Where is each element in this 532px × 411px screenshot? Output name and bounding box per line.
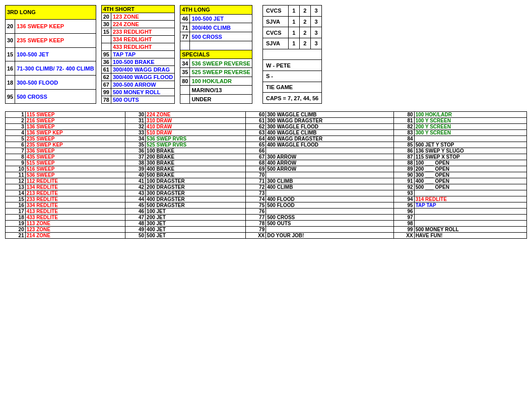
play-cell: 314 REDLITE [414, 196, 526, 202]
num-cell: 33 [125, 130, 146, 136]
num-cell: 21 [6, 233, 26, 239]
play-cell [414, 215, 526, 221]
table-row: 16 334 REDLITE 45 500 DRAGSTER 75 500 FL… [6, 202, 527, 209]
play-cell: 300 WAGG DRAGSTER [266, 118, 394, 124]
num-cell: 85 [394, 142, 414, 148]
num-cell: 68 [245, 160, 265, 166]
score-c1: 1 [288, 16, 299, 27]
num-cell: 80 [180, 77, 190, 86]
table-row: 1 115 SWEEP 30 224 ZONE 60 300 WAGGLE CL… [6, 112, 527, 118]
num-cell: 15 [6, 47, 15, 61]
num-cell: 45 [125, 202, 146, 209]
num-cell: 3 [6, 124, 26, 130]
num-cell: 66 [245, 148, 265, 154]
num-cell: 96 [394, 209, 414, 215]
play-cell: 300 CLIMB [266, 178, 394, 184]
score-c2: 2 [299, 38, 310, 49]
table-row: 8 435 SWEEP 37 200 BRAKE 67 300 ARROW 87… [6, 154, 527, 160]
score-c3: 3 [311, 27, 322, 38]
page-container: 3RD LONG 20 136 SWEEP KEEP 30 235 SWEEP … [5, 5, 527, 239]
play-cell: 500 JET [146, 233, 246, 239]
play-cell: 413 REDLITE [25, 209, 125, 215]
num-cell: 40 [125, 172, 146, 178]
num-cell: 2 [6, 118, 26, 124]
num-cell: 84 [394, 136, 414, 142]
play-cell: HAVE FUN! [414, 233, 526, 239]
play-cell: 200 ___ OPEN [414, 166, 526, 172]
play-cell: 200 JET [146, 215, 246, 221]
num-cell: 43 [125, 190, 146, 196]
play-cell: 500 DRAGSTER [146, 202, 246, 209]
score-c1: 1 [288, 27, 299, 38]
play-cell: 300-500 ARROW [111, 81, 174, 89]
play-cell: 115 SWEP X STOP [414, 154, 526, 160]
num-cell: 34 [180, 59, 190, 68]
num-cell: 92 [394, 184, 414, 190]
play-cell: 400 ARROW [266, 160, 394, 166]
score-label-cvcs2: CVCS [262, 27, 288, 38]
score-label-cvcs1: CVCS [262, 6, 288, 17]
play-cell [266, 209, 394, 215]
play-cell: 123 ZONE [25, 227, 125, 233]
num-cell: 67 [101, 81, 111, 89]
play-cell: 500 BRAKE [146, 172, 246, 178]
num-cell: 76 [245, 209, 265, 215]
play-cell: 400 FLOOD [266, 196, 394, 202]
num-cell: 77 [245, 215, 265, 221]
play-cell: 214 ZONE [25, 233, 125, 239]
num-cell: 36 [101, 58, 111, 66]
num-cell: 6 [6, 142, 26, 148]
play-cell: 300/400 WAGG FLOOD [111, 74, 174, 81]
table-row: 4 136 SWEP KEP 33 510 DRAW 63 400 WAGGLE… [6, 130, 527, 136]
num-cell: 83 [394, 130, 414, 136]
score-c3: 3 [311, 6, 322, 17]
score-c3: 3 [311, 16, 322, 27]
num-cell: 46 [180, 14, 190, 23]
score-c1: 1 [288, 6, 299, 17]
num-cell: 42 [125, 184, 146, 190]
play-cell: 300/400 WAGG DRAG [111, 66, 174, 74]
num-cell: 80 [394, 112, 414, 118]
play-cell: 433 REDLIGHT [111, 43, 174, 51]
play-cell: 300 JET [146, 221, 246, 227]
play-cell: 213 REDLITE [25, 190, 125, 196]
play-cell: 515 SWEEP [25, 160, 125, 166]
score-label-sjva2: SJVA [262, 38, 288, 49]
num-cell: 32 [125, 124, 146, 130]
play-cell: 300 ___ OPEN [414, 172, 526, 178]
num-cell: 16 [6, 61, 15, 76]
num-cell: 11 [6, 172, 26, 178]
play-cell: 500 CROSS [15, 90, 96, 104]
play-cell [414, 209, 526, 215]
num-cell: 36 [125, 148, 146, 154]
num-cell: 30 [101, 21, 111, 28]
num-cell: 44 [125, 196, 146, 202]
table-row: 2 216 SWEEP 31 310 DRAW 61 300 WAGG DRAG… [6, 118, 527, 124]
num-cell: 34 [125, 136, 146, 142]
score-c1: 1 [288, 38, 299, 49]
num-cell: 93 [394, 190, 414, 196]
num-cell [180, 95, 190, 104]
score-label-sjva1: SJVA [262, 16, 288, 27]
num-cell: 41 [125, 178, 146, 184]
play-cell: 115 SWEEP [25, 112, 125, 118]
table-row: 11 536 SWEEP 40 500 BRAKE 70 90 300 ___ … [6, 172, 527, 178]
play-cell: 100-500 BRAKE [111, 58, 174, 66]
num-cell: 95 [6, 90, 15, 104]
num-cell: 17 [6, 209, 26, 215]
num-cell: 20 [6, 19, 15, 33]
play-cell: DO YOUR JOB! [266, 233, 394, 239]
play-cell: 500 ___ OPEN [414, 184, 526, 190]
num-cell: 47 [125, 215, 146, 221]
play-cell: 500 OUTS [266, 221, 394, 227]
play-cell: 500 MONEY ROLL [414, 227, 526, 233]
play-cell: 300-500 FLOOD [15, 76, 96, 90]
play-cell: 224 ZONE [111, 21, 174, 28]
num-cell: 62 [245, 124, 265, 130]
num-cell: 20 [101, 13, 111, 21]
num-cell: 46 [125, 209, 146, 215]
play-cell: 100 ___ OPEN [414, 160, 526, 166]
4th-long-table: 4TH LONG 46 100-500 JET 71 300/400 CLIMB… [180, 5, 252, 104]
num-cell: 35 [125, 142, 146, 148]
num-cell: 61 [245, 118, 265, 124]
